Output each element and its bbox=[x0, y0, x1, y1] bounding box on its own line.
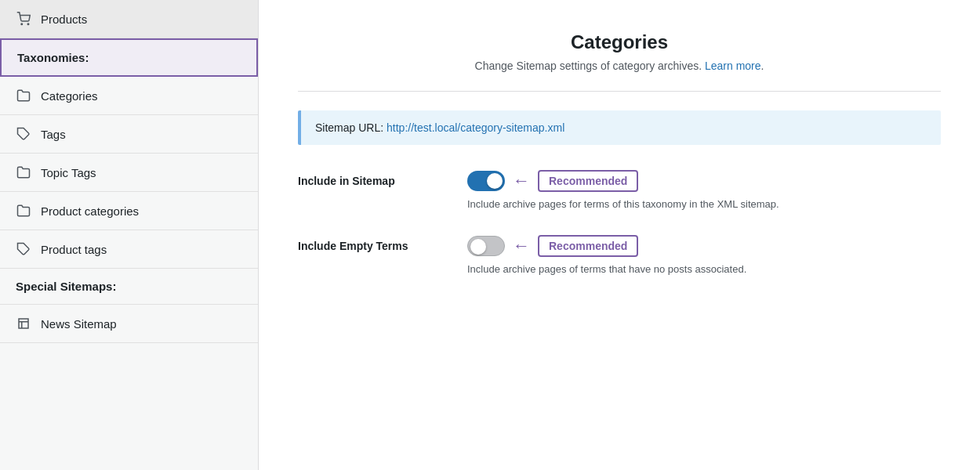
sidebar-special-sitemaps-label: Special Sitemaps: bbox=[16, 280, 116, 293]
sidebar-item-topic-tags[interactable]: Topic Tags bbox=[0, 154, 258, 192]
sidebar-item-tags[interactable]: Tags bbox=[0, 115, 258, 154]
folder-icon bbox=[16, 88, 31, 103]
news-icon bbox=[16, 316, 31, 331]
sidebar-item-categories-label: Categories bbox=[41, 89, 98, 103]
sidebar-item-topic-tags-label: Topic Tags bbox=[41, 166, 96, 179]
include-empty-terms-row: Include Empty Terms ← Recommended Includ… bbox=[298, 235, 941, 275]
sidebar-item-categories[interactable]: Categories bbox=[0, 77, 258, 115]
include-empty-terms-description: Include archive pages of terms that have… bbox=[467, 263, 941, 275]
include-empty-terms-toggle[interactable] bbox=[467, 236, 505, 256]
sidebar-item-product-tags-label: Product tags bbox=[41, 243, 107, 256]
main-content: Categories Change Sitemap settings of ca… bbox=[259, 0, 980, 470]
sidebar-item-products-label: Products bbox=[41, 13, 87, 26]
arrow-left-icon: ← bbox=[513, 171, 530, 191]
recommended-badge-1: Recommended bbox=[538, 170, 638, 192]
folder-icon-3 bbox=[16, 203, 31, 219]
folder-icon-2 bbox=[16, 164, 31, 180]
sidebar-item-taxonomies[interactable]: Taxonomies: bbox=[0, 38, 258, 77]
sidebar: Products Taxonomies: Categories Tags Top… bbox=[0, 0, 259, 470]
sidebar-item-product-tags[interactable]: Product tags bbox=[0, 230, 258, 269]
learn-more-link[interactable]: Learn more bbox=[705, 60, 761, 72]
include-in-sitemap-row: Include in Sitemap ← Recommended Include… bbox=[298, 170, 941, 210]
include-in-sitemap-toggle-wrapper: ← Recommended bbox=[467, 170, 638, 192]
toggle-track-on bbox=[467, 171, 505, 191]
sidebar-item-tags-label: Tags bbox=[41, 128, 66, 141]
tag-icon-2 bbox=[16, 241, 31, 257]
cart-icon bbox=[16, 11, 31, 27]
sitemap-url-link[interactable]: http://test.local/category-sitemap.xml bbox=[387, 121, 564, 134]
toggle-track-off bbox=[467, 236, 505, 256]
include-in-sitemap-description: Include archive pages for terms of this … bbox=[467, 198, 941, 210]
toggle-thumb-2 bbox=[470, 239, 486, 255]
section-divider bbox=[298, 91, 941, 92]
sitemap-url-label: Sitemap URL: bbox=[315, 121, 383, 134]
sidebar-item-product-categories-label: Product categories bbox=[41, 204, 139, 218]
toggle-thumb bbox=[487, 173, 503, 189]
sidebar-item-products[interactable]: Products bbox=[0, 0, 258, 38]
include-empty-terms-controls: Include Empty Terms ← Recommended bbox=[298, 235, 941, 257]
recommended-badge-2: Recommended bbox=[538, 235, 638, 257]
include-empty-terms-label: Include Empty Terms bbox=[298, 240, 455, 252]
sidebar-item-news-sitemap-label: News Sitemap bbox=[41, 317, 117, 331]
tag-icon bbox=[16, 126, 31, 142]
svg-point-1 bbox=[27, 24, 29, 25]
sidebar-item-product-categories[interactable]: Product categories bbox=[0, 192, 258, 230]
sitemap-url-box: Sitemap URL: http://test.local/category-… bbox=[298, 110, 941, 145]
arrow-left-icon-2: ← bbox=[513, 236, 530, 256]
sidebar-special-sitemaps-header: Special Sitemaps: bbox=[0, 269, 258, 305]
include-empty-terms-toggle-wrapper: ← Recommended bbox=[467, 235, 638, 257]
include-in-sitemap-label: Include in Sitemap bbox=[298, 175, 455, 187]
page-title: Categories bbox=[298, 31, 941, 53]
svg-point-0 bbox=[21, 24, 23, 25]
sidebar-item-news-sitemap[interactable]: News Sitemap bbox=[0, 305, 258, 343]
page-subtitle: Change Sitemap settings of category arch… bbox=[298, 60, 941, 72]
include-in-sitemap-controls: Include in Sitemap ← Recommended bbox=[298, 170, 941, 192]
sidebar-taxonomies-label: Taxonomies: bbox=[17, 51, 89, 64]
include-in-sitemap-toggle[interactable] bbox=[467, 171, 505, 191]
